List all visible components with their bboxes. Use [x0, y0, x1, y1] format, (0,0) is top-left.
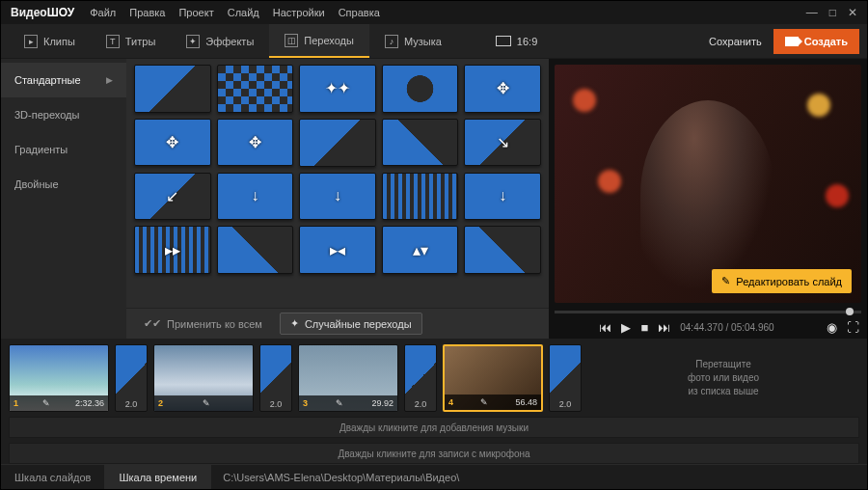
timeline-transition[interactable]: 2.0	[259, 344, 292, 412]
transition-thumb[interactable]: ✦✦	[299, 65, 376, 113]
transition-thumb[interactable]	[464, 226, 541, 274]
transition-thumb[interactable]: ↙	[134, 173, 211, 221]
check-icon: ✔✔	[144, 317, 161, 330]
transition-thumb[interactable]: ↓	[464, 173, 541, 221]
transition-thumb[interactable]: ▸▸	[134, 226, 211, 274]
transition-thumb[interactable]: ↓	[299, 173, 376, 221]
transition-thumb[interactable]: ✥	[134, 119, 211, 167]
tab-clips[interactable]: ▸Клипы	[9, 24, 91, 58]
pencil-icon[interactable]: ✎	[480, 397, 488, 407]
transition-icon: ◫	[285, 34, 298, 47]
pencil-icon: ✎	[721, 275, 730, 287]
transition-thumb[interactable]	[217, 65, 294, 113]
seek-bar[interactable]	[555, 311, 861, 313]
snapshot-icon[interactable]: ◉	[827, 320, 837, 335]
sidebar-item-double[interactable]: Двойные	[1, 167, 126, 202]
timeline-transition[interactable]: 2.0	[549, 344, 582, 412]
next-icon[interactable]: ⏭	[658, 320, 670, 335]
transition-thumb[interactable]	[382, 173, 459, 221]
transition-thumb[interactable]: ✥	[464, 65, 541, 113]
transition-thumb[interactable]	[382, 65, 459, 113]
create-button[interactable]: Создать	[773, 29, 859, 54]
timeline-clip[interactable]: 2✎	[153, 344, 254, 412]
timeline-transition[interactable]: 2.0	[404, 344, 437, 412]
music-track[interactable]: Дважды кликните для добавления музыки	[9, 417, 859, 438]
transition-thumb[interactable]	[134, 65, 211, 113]
footer-tab-slides[interactable]: Шкала слайдов	[1, 465, 105, 489]
fullscreen-icon[interactable]: ⛶	[847, 320, 859, 335]
prev-icon[interactable]: ⏮	[599, 320, 611, 335]
seek-knob[interactable]	[846, 308, 854, 315]
text-icon: T	[106, 35, 120, 48]
sidebar-item-3d[interactable]: 3D-переходы	[1, 97, 126, 132]
menu-project[interactable]: Проект	[178, 7, 213, 18]
camera-icon	[785, 37, 799, 46]
chevron-right-icon: ▶	[106, 75, 113, 85]
save-button[interactable]: Сохранить	[697, 30, 773, 53]
tab-music[interactable]: ♪Музыка	[369, 24, 457, 58]
timeline-transition[interactable]: 2.0	[115, 344, 148, 412]
tab-titles[interactable]: TТитры	[91, 24, 171, 58]
sidebar-item-standard[interactable]: Стандартные▶	[1, 63, 126, 97]
aspect-ratio[interactable]: 16:9	[496, 36, 537, 47]
sidebar-item-gradients[interactable]: Градиенты	[1, 132, 126, 167]
random-transitions-button[interactable]: ✦Случайные переходы	[280, 313, 422, 335]
menu-file[interactable]: Файл	[90, 7, 116, 18]
menu-slide[interactable]: Слайд	[228, 7, 259, 18]
menu-help[interactable]: Справка	[339, 7, 380, 18]
music-icon: ♪	[385, 35, 398, 48]
pencil-icon[interactable]: ✎	[42, 398, 50, 408]
mic-track[interactable]: Дважды кликните для записи с микрофона	[9, 443, 859, 464]
transition-thumb[interactable]: ↓	[217, 173, 294, 221]
drop-zone[interactable]: Перетащитефото или видеоиз списка выше	[587, 344, 859, 412]
timeline-clip[interactable]: 4✎56.48	[443, 344, 543, 412]
transition-thumb[interactable]: ↘	[464, 119, 541, 167]
transition-thumb[interactable]	[382, 119, 459, 167]
main-menu: Файл Правка Проект Слайд Настройки Справ…	[90, 7, 806, 18]
pencil-icon[interactable]: ✎	[203, 398, 210, 408]
pencil-icon[interactable]: ✎	[336, 398, 343, 408]
timeline-clip[interactable]: 1✎2:32.36	[9, 344, 109, 412]
timeline-clip[interactable]: 3✎29.92	[298, 344, 398, 412]
wand-icon: ✦	[290, 317, 299, 330]
menu-settings[interactable]: Настройки	[273, 7, 325, 18]
transition-thumb[interactable]: ▴▾	[382, 226, 459, 274]
preview-viewport: ✎Редактировать слайд	[555, 65, 861, 303]
time-display: 04:44.370 / 05:04.960	[680, 322, 773, 333]
transition-thumb[interactable]	[299, 119, 376, 167]
edit-slide-button[interactable]: ✎Редактировать слайд	[712, 269, 852, 293]
tab-transitions[interactable]: ◫Переходы	[269, 24, 369, 58]
tab-effects[interactable]: ✦Эффекты	[171, 24, 269, 58]
stop-icon[interactable]: ■	[640, 320, 648, 335]
minimize-icon[interactable]: —	[806, 6, 818, 19]
footer-tab-timeline[interactable]: Шкала времени	[105, 465, 211, 489]
play-icon: ▸	[24, 35, 38, 48]
play-icon[interactable]: ▶	[621, 320, 631, 335]
transition-thumb[interactable]: ✥	[217, 119, 294, 167]
maximize-icon[interactable]: □	[829, 6, 836, 19]
path-display: C:\Users\AMS-Elena\Desktop\Материалы\Вид…	[211, 472, 471, 483]
menu-edit[interactable]: Правка	[129, 7, 165, 18]
aspect-icon	[496, 36, 511, 46]
transition-thumb[interactable]: ▸◂	[299, 226, 376, 274]
apply-all-button[interactable]: ✔✔Применить ко всем	[134, 313, 272, 334]
app-logo: ВидеоШОУ	[11, 6, 74, 19]
transition-thumb[interactable]	[217, 226, 294, 274]
sparkle-icon: ✦	[186, 35, 200, 48]
close-icon[interactable]: ✕	[848, 6, 857, 19]
